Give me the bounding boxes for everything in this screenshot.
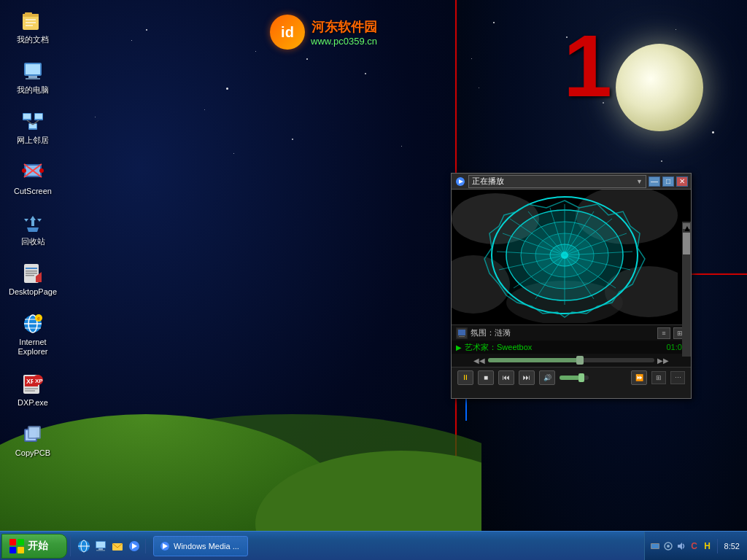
volume-button[interactable]: 🔊 <box>539 370 555 385</box>
svg-rect-84 <box>458 330 465 335</box>
svg-rect-86 <box>9 539 16 545</box>
progress-fill <box>488 358 579 362</box>
progress-thumb[interactable] <box>576 356 584 365</box>
volume-thumb[interactable] <box>578 373 584 382</box>
svg-text:e: e <box>37 316 40 321</box>
moon <box>616 44 703 131</box>
desktoppage-label: DesktopPage <box>9 287 57 297</box>
next-button[interactable]: ⏭ <box>519 370 535 385</box>
svg-rect-94 <box>96 542 105 548</box>
mycomputer-label: 我的电脑 <box>17 85 49 95</box>
tray-icon-1[interactable] <box>649 540 661 552</box>
svg-rect-8 <box>26 25 33 26</box>
svg-rect-31 <box>26 275 34 276</box>
cutscreen-label: CutScreen <box>14 187 52 196</box>
quicklaunch-mail[interactable] <box>110 539 125 553</box>
desktop-icon-copypcb[interactable]: CopyPCB <box>7 421 58 460</box>
progress-track[interactable] <box>488 358 654 362</box>
wmp-info-bar: 氛围：涟漪 ≡ ⊞ <box>452 324 691 341</box>
scroll-up[interactable]: ▲ <box>683 223 690 229</box>
song-name: 氛围：涟漪 <box>471 327 654 338</box>
svg-rect-30 <box>26 273 37 274</box>
system-clock: 8:52 <box>721 542 743 551</box>
svg-rect-12 <box>26 78 40 79</box>
wmp-controls-bar: ⏸ ■ ⏮ ⏭ 🔊 ⏩ ⊞ ⋯ <box>452 367 691 387</box>
wmp-nav-dropdown[interactable]: 正在播放 ▼ <box>468 175 646 188</box>
network-label: 网上邻居 <box>17 136 49 145</box>
artist-info: 艺术家：Sweetbox <box>465 342 666 353</box>
desktop-icon-recycle[interactable]: 回收站 <box>7 209 58 249</box>
svg-rect-85 <box>459 336 465 337</box>
svg-rect-6 <box>26 19 36 20</box>
svg-rect-87 <box>18 539 24 545</box>
info-btn-1[interactable]: ≡ <box>657 327 670 339</box>
watermark-sitename: 河东软件园 <box>311 18 377 36</box>
desktop-icon-cutscreen[interactable]: CutScreen <box>7 159 58 198</box>
quicklaunch-show-desktop[interactable] <box>93 539 108 553</box>
desktop-icon-mycomputer[interactable]: 我的电脑 <box>7 58 58 97</box>
dxp-label: DXP.exe <box>18 398 48 408</box>
tray-divider <box>717 539 718 553</box>
tray-icon-3[interactable]: C <box>689 540 700 552</box>
svg-rect-95 <box>98 548 103 550</box>
desktop-icon-desktoppage[interactable]: DesktopPage <box>7 260 58 299</box>
extra-btn-2[interactable]: ⋯ <box>670 371 685 384</box>
desktop-icons: 我的文档 我的电脑 <box>7 7 58 460</box>
wmp-scrollbar[interactable]: ▲ <box>682 222 691 357</box>
mydocs-label: 我的文档 <box>17 35 49 44</box>
scroll-thumb[interactable] <box>683 233 690 254</box>
prev-button[interactable]: ⏮ <box>498 370 514 385</box>
tray-icon-volume[interactable] <box>676 540 687 552</box>
system-tray: C H 8:52 <box>644 532 747 560</box>
desktop-icon-dxp[interactable]: XP XP DXP.exe <box>7 370 58 410</box>
svg-rect-14 <box>23 114 31 119</box>
svg-rect-50 <box>29 427 39 438</box>
wmp-maximize-btn[interactable]: □ <box>662 176 674 187</box>
pause-button[interactable]: ⏸ <box>457 370 473 385</box>
svg-rect-88 <box>9 547 16 553</box>
svg-rect-10 <box>26 64 40 74</box>
volume-track[interactable] <box>560 376 589 380</box>
tray-icon-4[interactable]: H <box>702 540 713 552</box>
quicklaunch-media[interactable] <box>127 539 142 553</box>
wmp-icon <box>454 176 466 187</box>
svg-rect-16 <box>35 114 42 119</box>
wmp-taskbar-label: Windows Media ... <box>174 542 239 551</box>
seek-forward-btn[interactable]: ▶▶ <box>657 357 669 365</box>
tray-icon-2[interactable] <box>662 540 674 552</box>
svg-rect-96 <box>96 550 105 551</box>
svg-text:XP: XP <box>35 378 43 384</box>
desktop-icon-mydocs[interactable]: 我的文档 <box>7 7 58 47</box>
svg-rect-44 <box>25 390 35 392</box>
wmp-taskbar-btn[interactable]: Windows Media ... <box>153 536 248 556</box>
taskbar-divider-1 <box>70 536 71 556</box>
svg-rect-29 <box>26 271 37 272</box>
svg-rect-89 <box>18 547 24 553</box>
watermark: id 河东软件园 www.pc0359.cn <box>270 15 377 50</box>
mycomputer-icon <box>21 60 44 83</box>
ie-icon: e <box>21 312 44 335</box>
wmp-minimize-btn[interactable]: — <box>649 176 660 187</box>
wmp-taskbar-icon <box>160 541 170 551</box>
cutscreen-icon <box>21 161 44 184</box>
quicklaunch-ie[interactable] <box>77 539 91 553</box>
copypcb-icon <box>21 423 44 446</box>
start-label: 开始 <box>28 540 48 553</box>
wmp-close-btn[interactable]: ✕ <box>676 176 688 187</box>
seek-backward-btn[interactable]: ◀◀ <box>473 357 485 365</box>
wmp-dropdown-arrow: ▼ <box>636 178 643 185</box>
start-button[interactable]: 开始 <box>1 534 67 559</box>
network-icon <box>21 110 44 133</box>
desktop-icon-network[interactable]: 网上邻居 <box>7 108 58 147</box>
svg-point-25 <box>22 168 26 173</box>
svg-rect-103 <box>651 544 659 548</box>
extra-btn-1[interactable]: ⊞ <box>651 371 666 384</box>
ff-button[interactable]: ⏩ <box>631 370 647 385</box>
desktop-icon-ie[interactable]: e Internet Explorer <box>7 310 58 359</box>
ie-label: Internet Explorer <box>9 338 56 357</box>
quick-divider <box>145 539 146 553</box>
recycle-label: 回收站 <box>21 237 45 246</box>
svg-rect-43 <box>25 388 38 389</box>
stop-button[interactable]: ■ <box>478 370 494 385</box>
copypcb-label: CopyPCB <box>15 448 50 458</box>
